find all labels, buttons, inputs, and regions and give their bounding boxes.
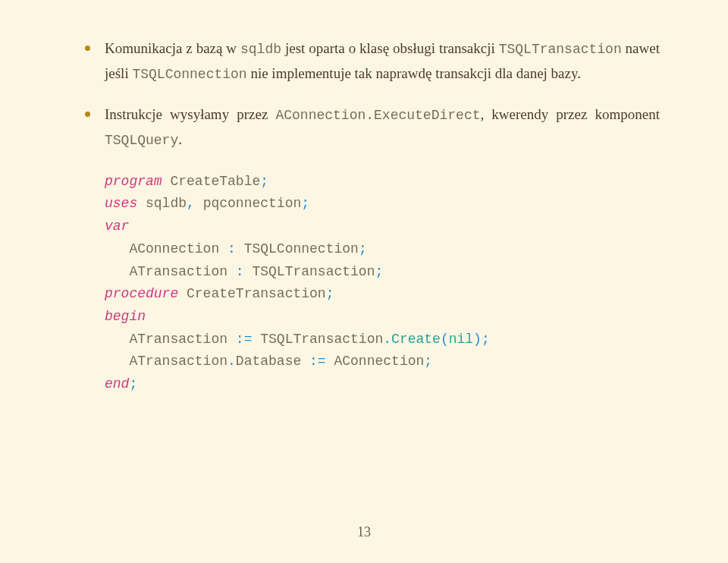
ident: sqldb	[137, 196, 187, 211]
kw-uses: uses	[105, 196, 137, 211]
code-inline: sqldb	[240, 42, 281, 57]
bullet-item-2: Instrukcje wysyłamy przez AConnection.Ex…	[83, 102, 660, 152]
text-run: .	[178, 131, 182, 147]
punct: ;	[375, 264, 383, 279]
text-run: nie implementuje tak naprawdę transakcji…	[247, 65, 581, 81]
text-run: Komunikacja z bazą w	[105, 40, 240, 56]
kw-begin: begin	[105, 309, 146, 324]
punct: ;	[260, 174, 268, 189]
punct: ;	[129, 376, 137, 392]
kw-procedure: procedure	[105, 286, 178, 301]
bullet-list: Komunikacja z bazą w sqldb jest oparta o…	[83, 36, 660, 153]
ident: ATransaction	[105, 354, 228, 369]
punct: :	[228, 241, 244, 256]
punct: ;	[326, 286, 334, 301]
kw-var: var	[105, 219, 129, 234]
ident: ATransaction	[105, 264, 236, 279]
punct: :	[236, 264, 253, 279]
type: TSQLTransaction	[260, 332, 383, 347]
op-assign: :=	[309, 354, 334, 369]
punct: .	[383, 332, 391, 347]
punct: ,	[187, 196, 203, 211]
ident: CreateTransaction	[178, 286, 325, 301]
punct: ;	[482, 332, 490, 347]
prop: Database	[236, 354, 309, 369]
code-inline: TSQLQuery	[105, 133, 178, 148]
call: Create	[391, 332, 441, 347]
document-page: Komunikacja z bazą w sqldb jest oparta o…	[0, 0, 728, 419]
code-inline: TSQLConnection	[132, 67, 246, 82]
ident: ATransaction	[105, 332, 236, 347]
ident: AConnection	[105, 241, 228, 256]
ident: CreateTable	[162, 174, 261, 189]
type: TSQLConnection	[244, 241, 359, 256]
page-number: 13	[0, 524, 728, 540]
text-run: jest oparta o klasę obsługi transakcji	[281, 40, 499, 56]
punct: ;	[359, 241, 367, 256]
text-run: Instrukcje wysyłamy przez	[105, 106, 275, 122]
op-assign: :=	[236, 332, 260, 347]
bullet-item-1: Komunikacja z bazą w sqldb jest oparta o…	[83, 36, 660, 86]
kw-nil: nil	[449, 332, 473, 347]
ident: pqconnection	[203, 196, 302, 211]
code-block: program CreateTable; uses sqldb, pqconne…	[105, 171, 660, 396]
kw-program: program	[105, 174, 162, 189]
kw-end: end	[105, 376, 129, 392]
ident: AConnection	[334, 354, 424, 369]
punct: ;	[424, 354, 432, 369]
type: TSQLTransaction	[252, 264, 375, 279]
punct: )	[473, 332, 482, 347]
punct: ;	[301, 196, 309, 211]
code-inline: AConnection.ExecuteDirect	[275, 108, 480, 123]
punct: .	[228, 354, 236, 369]
code-inline: TSQLTransaction	[499, 42, 622, 57]
text-run: , kwerendy przez komponent	[480, 106, 660, 122]
punct: (	[441, 332, 449, 347]
